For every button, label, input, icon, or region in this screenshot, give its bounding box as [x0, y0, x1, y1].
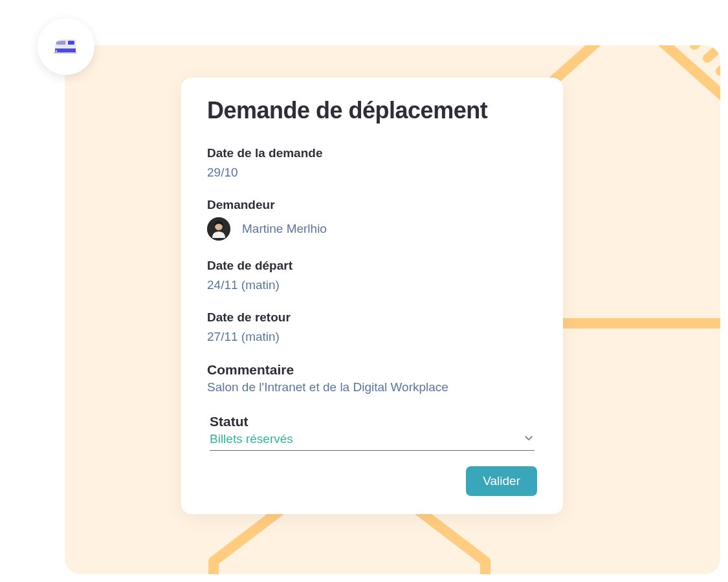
label-return-date: Date de retour — [207, 310, 537, 325]
svg-rect-0 — [55, 48, 76, 52]
actions-row: Valider — [207, 466, 537, 496]
status-select[interactable]: Billets réservés — [210, 432, 535, 451]
label-comment: Commentaire — [207, 362, 537, 378]
svg-point-2 — [56, 50, 58, 52]
validate-button[interactable]: Valider — [466, 466, 537, 496]
card-title: Demande de déplacement — [207, 97, 537, 124]
field-request-date: Date de la demande 29/10 — [207, 146, 537, 180]
train-icon-badge — [38, 18, 94, 75]
chevron-down-icon — [523, 432, 535, 446]
requester-row: Martine Merlhio — [207, 217, 537, 241]
avatar-image — [207, 217, 230, 241]
requester-name: Martine Merlhio — [242, 222, 327, 236]
svg-rect-3 — [54, 52, 77, 54]
value-departure-date: 24/11 (matin) — [207, 278, 537, 292]
value-return-date: 27/11 (matin) — [207, 330, 537, 344]
label-request-date: Date de la demande — [207, 146, 537, 160]
value-status: Billets réservés — [210, 432, 293, 446]
value-request-date: 29/10 — [207, 166, 537, 180]
avatar — [207, 217, 230, 241]
field-departure-date: Date de départ 24/11 (matin) — [207, 259, 537, 292]
field-requester: Demandeur Martine Merlhio — [207, 198, 537, 241]
field-status: Statut Billets réservés — [207, 414, 537, 451]
label-status: Statut — [210, 414, 535, 429]
field-return-date: Date de retour 27/11 (matin) — [207, 310, 537, 344]
label-requester: Demandeur — [207, 198, 537, 212]
value-comment: Salon de l'Intranet et de la Digital Wor… — [207, 380, 537, 394]
field-comment: Commentaire Salon de l'Intranet et de la… — [207, 362, 537, 394]
travel-request-card: Demande de déplacement Date de la demand… — [181, 78, 563, 514]
svg-rect-1 — [68, 41, 74, 45]
label-departure-date: Date de départ — [207, 259, 537, 273]
train-icon — [52, 33, 80, 60]
